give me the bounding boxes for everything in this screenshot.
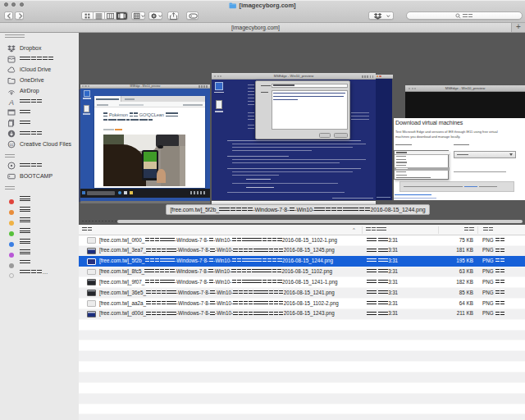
svg-text:A: A: [8, 98, 14, 105]
svg-text:cc: cc: [10, 142, 15, 147]
